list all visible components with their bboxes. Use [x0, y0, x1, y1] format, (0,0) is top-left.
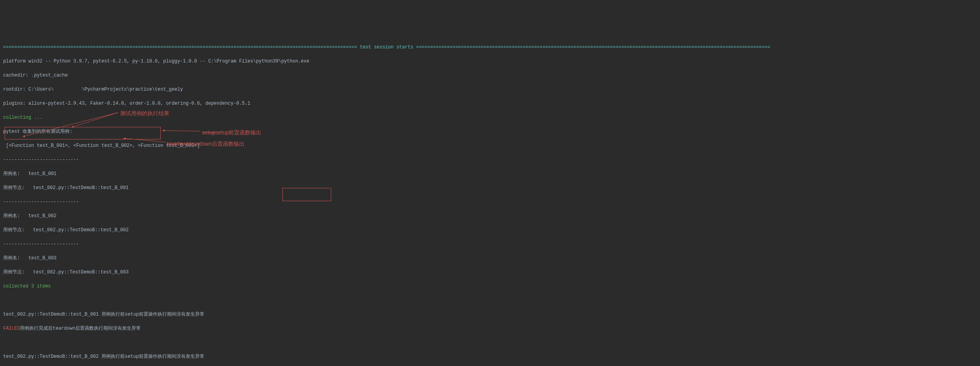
blank [3, 297, 977, 304]
cachedir-line: cachedir: .pytest_cache [3, 72, 977, 79]
functions-list: [<Function test_B_001>, <Function test_B… [3, 142, 977, 149]
case3-name: 用例名: test_B_003 [3, 255, 977, 262]
collected-items: collected 3 items [3, 283, 977, 290]
blank [3, 339, 977, 346]
case1-node: 用例节点: test_002.py::TestDemoB::test_B_001 [3, 184, 977, 191]
session-start-header: ========================================… [3, 44, 977, 51]
failed-badge: FAILED [3, 326, 20, 331]
plugins-line: plugins: allure-pytest-2.9.43, Faker-8.1… [3, 100, 977, 107]
sep: --------------------------- [3, 241, 977, 248]
sep: --------------------------- [3, 198, 977, 205]
rootdir-line: rootdir: C:\Users\ \PycharmProjects\prac… [3, 86, 977, 93]
run1-setup: test_002.py::TestDemoB::test_B_001 用例执行前… [3, 311, 977, 318]
collected-label: pytest 收集到的所有测试用例: [3, 128, 977, 135]
case1-name: 用例名: test_B_001 [3, 170, 977, 177]
collecting-line: collecting ... [3, 114, 977, 121]
svg-line-3 [123, 138, 166, 142]
terminal-output: ========================================… [3, 30, 977, 366]
run2-setup: test_002.py::TestDemoB::test_B_002 用例执行前… [3, 353, 977, 360]
run1-result: FAILED用例执行完成后teardown后置函数执行期间没有发生异常 [3, 325, 977, 332]
platform-line: platform win32 -- Python 3.9.7, pytest-6… [3, 58, 977, 65]
case3-node: 用例节点: test_002.py::TestDemoB::test_B_003 [3, 269, 977, 276]
case2-name: 用例名: test_B_002 [3, 212, 977, 220]
case2-node: 用例节点: test_002.py::TestDemoB::test_B_002 [3, 227, 977, 234]
sep: --------------------------- [3, 156, 977, 163]
